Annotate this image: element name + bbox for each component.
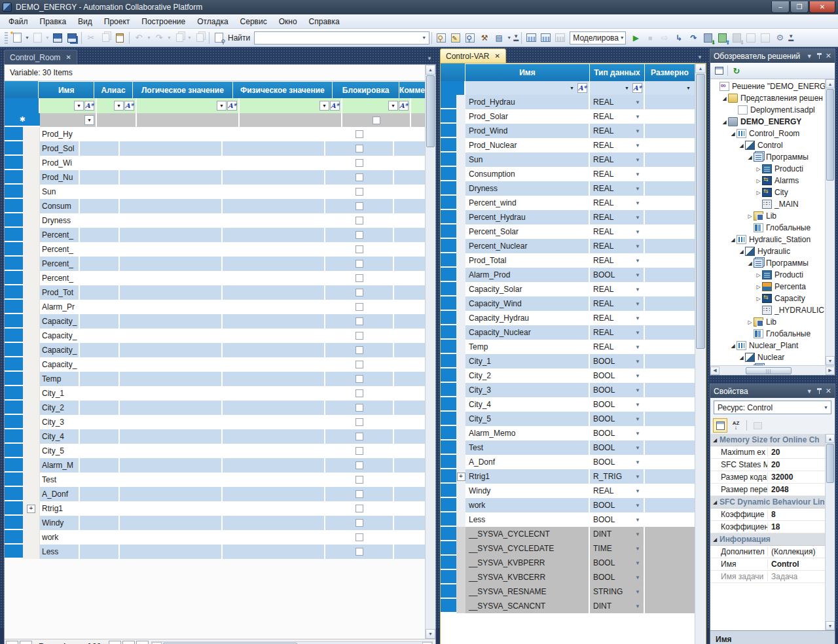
- expand-icon[interactable]: ▷: [755, 272, 762, 278]
- lock-checkbox[interactable]: [355, 317, 363, 325]
- lock-checkbox[interactable]: [355, 245, 363, 253]
- cell-lock[interactable]: [325, 185, 394, 199]
- column-header-comment[interactable]: Комме: [399, 81, 425, 98]
- tree-item-control[interactable]: ◢Control: [710, 139, 825, 151]
- type-dropdown-icon[interactable]: ▼: [635, 445, 640, 451]
- cell-comment[interactable]: [394, 530, 425, 545]
- close-icon[interactable]: ✕: [826, 387, 831, 395]
- cell-type[interactable]: REAL▼: [590, 239, 645, 253]
- add-item-button[interactable]: [31, 31, 44, 45]
- type-dropdown-icon[interactable]: ▼: [635, 200, 640, 206]
- lock-checkbox[interactable]: [355, 217, 363, 224]
- cell-dimension[interactable]: [645, 570, 695, 584]
- cell-logical-value[interactable]: [120, 386, 223, 401]
- type-dropdown-icon[interactable]: ▼: [635, 258, 640, 264]
- cell-name[interactable]: Less: [465, 512, 590, 527]
- cell-dimension[interactable]: [645, 152, 695, 167]
- cell-name[interactable]: Prod_Hy: [40, 127, 80, 141]
- tree-item-nuclear_plant[interactable]: ◢Nuclear_Plant: [710, 340, 825, 351]
- menu-Файл[interactable]: Файл: [3, 16, 34, 27]
- row-selector[interactable]: [5, 141, 23, 156]
- lock-checkbox[interactable]: [355, 332, 363, 340]
- scroll-down-icon[interactable]: ▼: [826, 621, 835, 630]
- row-selector[interactable]: [5, 314, 23, 329]
- cell-name[interactable]: Test: [465, 440, 590, 455]
- cell-comment[interactable]: [394, 429, 425, 444]
- row-selector[interactable]: [441, 368, 456, 383]
- expand-icon[interactable]: ▷: [755, 190, 762, 196]
- cell-name[interactable]: __SYSVA_SCANCNT: [465, 599, 590, 613]
- cell-dimension[interactable]: [645, 181, 695, 196]
- scroll-thumb[interactable]: [696, 74, 705, 349]
- type-dropdown-icon[interactable]: ▼: [635, 272, 640, 278]
- row-selector[interactable]: [441, 296, 456, 311]
- cell-logical-value[interactable]: [120, 516, 223, 530]
- tree-item-hydraulic[interactable]: ◢Hydraulic: [710, 245, 825, 257]
- cell-lock[interactable]: [325, 487, 394, 501]
- tab-close-icon[interactable]: ✕: [65, 54, 71, 61]
- filter-cell-lock[interactable]: ▼A*: [342, 98, 411, 113]
- cell-dimension[interactable]: [645, 239, 695, 253]
- cell-name[interactable]: City_3: [40, 415, 80, 429]
- menu-Правка[interactable]: Правка: [34, 16, 73, 27]
- cell-name[interactable]: Capacity_: [40, 343, 80, 357]
- find-input[interactable]: ▼: [254, 31, 429, 45]
- row-selector[interactable]: [5, 530, 23, 545]
- cell-dimension[interactable]: [645, 253, 695, 268]
- tree-item-demo_energy[interactable]: ◢DEMO_ENERGY: [710, 116, 825, 128]
- cell-logical-value[interactable]: [120, 257, 223, 271]
- tree-item-city[interactable]: ▷City: [710, 187, 825, 198]
- variable-row[interactable]: City_4BOOL▼: [441, 397, 695, 412]
- cell-lock[interactable]: [325, 343, 394, 357]
- tab-control-room[interactable]: Control_Room ✕: [4, 50, 77, 64]
- cell-dimension[interactable]: [645, 426, 695, 440]
- cell-dimension[interactable]: [645, 556, 695, 570]
- row-selector[interactable]: [5, 170, 23, 185]
- property-value[interactable]: Control: [768, 560, 825, 569]
- row-selector[interactable]: [441, 196, 456, 210]
- cell-physical-value[interactable]: [223, 285, 325, 300]
- cell-type[interactable]: R_TRIG▼: [590, 469, 645, 484]
- lock-checkbox[interactable]: [355, 260, 363, 268]
- cell-dimension[interactable]: [645, 469, 695, 484]
- minimize-button[interactable]: –: [771, 1, 790, 13]
- cell-type[interactable]: REAL▼: [590, 224, 645, 239]
- property-value[interactable]: 32000: [768, 473, 825, 482]
- cell-logical-value[interactable]: [120, 415, 223, 429]
- cell-alias[interactable]: [80, 300, 120, 314]
- cell-lock[interactable]: [325, 372, 394, 386]
- lock-checkbox[interactable]: [355, 202, 363, 210]
- cell-type[interactable]: BOOL▼: [590, 412, 645, 426]
- cell-physical-value[interactable]: [223, 458, 325, 473]
- collapse-icon[interactable]: ◢: [721, 119, 728, 125]
- property-value[interactable]: 2048: [768, 485, 825, 494]
- alphabetical-sort-button[interactable]: AZ: [729, 418, 743, 433]
- cell-name[interactable]: Prod_Solar: [465, 109, 590, 124]
- collapse-icon[interactable]: ◢: [746, 260, 754, 266]
- cell-physical-value[interactable]: [223, 386, 325, 401]
- cell-lock[interactable]: [325, 429, 394, 444]
- cell-physical-value[interactable]: [223, 300, 325, 314]
- save-all-button[interactable]: [65, 31, 79, 45]
- cell-logical-value[interactable]: [120, 458, 223, 473]
- cell-alias[interactable]: [80, 487, 120, 501]
- variable-row[interactable]: Prod_NuclearREAL▼: [441, 138, 695, 152]
- cell-lock[interactable]: [325, 156, 394, 170]
- column-header-lock[interactable]: Блокировка: [333, 81, 399, 98]
- scroll-up-icon[interactable]: ▲: [426, 65, 435, 75]
- tree-item-lib[interactable]: ▷Lib: [710, 210, 825, 222]
- row-selector[interactable]: [5, 473, 23, 487]
- cell-lock[interactable]: [325, 300, 394, 314]
- restore-button[interactable]: ❐: [790, 1, 809, 13]
- cell-comment[interactable]: [394, 314, 425, 329]
- row-selector[interactable]: [441, 527, 456, 541]
- cell-name[interactable]: Capacity_: [40, 329, 80, 343]
- cell-type[interactable]: REAL▼: [590, 196, 645, 210]
- cell-dimension[interactable]: [645, 397, 695, 412]
- cell-comment[interactable]: [394, 170, 425, 185]
- cell-type[interactable]: BOOL▼: [590, 512, 645, 527]
- search-replace-button[interactable]: [464, 31, 477, 45]
- variable-row[interactable]: Percent_HydrauREAL▼: [441, 210, 695, 224]
- variable-row[interactable]: Percent_NuclearREAL▼: [441, 239, 695, 253]
- scroll-thumb[interactable]: [826, 444, 834, 483]
